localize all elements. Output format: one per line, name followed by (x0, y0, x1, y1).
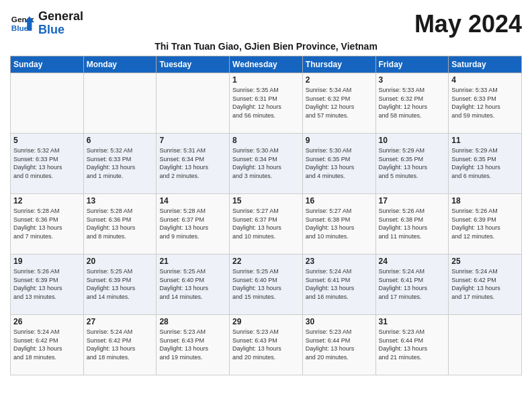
day-number: 7 (159, 136, 226, 145)
day-info: Sunrise: 5:32 AMSunset: 6:33 PMDaylight:… (13, 146, 81, 180)
calendar-cell: 31Sunrise: 5:23 AMSunset: 6:44 PMDayligh… (375, 315, 449, 375)
calendar-cell: 24Sunrise: 5:24 AMSunset: 6:41 PMDayligh… (375, 255, 449, 315)
calendar-table: SundayMondayTuesdayWednesdayThursdayFrid… (10, 56, 522, 375)
calendar-cell (83, 73, 157, 134)
day-info: Sunrise: 5:24 AMSunset: 6:42 PMDaylight:… (87, 328, 154, 361)
day-info: Sunrise: 5:31 AMSunset: 6:34 PMDaylight:… (159, 146, 226, 180)
day-number: 29 (232, 317, 300, 326)
day-number: 10 (379, 136, 446, 145)
day-info: Sunrise: 5:30 AMSunset: 6:34 PMDaylight:… (232, 146, 300, 180)
calendar-cell: 8Sunrise: 5:30 AMSunset: 6:34 PMDaylight… (230, 134, 303, 194)
day-number: 17 (379, 196, 446, 205)
calendar-cell: 21Sunrise: 5:25 AMSunset: 6:40 PMDayligh… (157, 255, 230, 315)
weekday-header-sunday: Sunday (11, 56, 84, 73)
day-number: 11 (451, 136, 519, 145)
day-number: 3 (379, 75, 446, 85)
day-info: Sunrise: 5:25 AMSunset: 6:40 PMDaylight:… (159, 267, 226, 301)
calendar-cell: 30Sunrise: 5:23 AMSunset: 6:44 PMDayligh… (302, 315, 375, 375)
calendar-cell: 13Sunrise: 5:28 AMSunset: 6:36 PMDayligh… (83, 194, 157, 255)
calendar-week-row: 26Sunrise: 5:24 AMSunset: 6:42 PMDayligh… (11, 315, 522, 375)
weekday-header-saturday: Saturday (449, 56, 522, 73)
day-number: 8 (232, 136, 300, 145)
calendar-cell: 11Sunrise: 5:29 AMSunset: 6:35 PMDayligh… (449, 134, 522, 194)
weekday-header-thursday: Thursday (302, 56, 375, 73)
weekday-header-friday: Friday (375, 56, 449, 73)
calendar-cell: 15Sunrise: 5:27 AMSunset: 6:37 PMDayligh… (230, 194, 303, 255)
day-info: Sunrise: 5:34 AMSunset: 6:32 PMDaylight:… (306, 86, 373, 120)
day-info: Sunrise: 5:23 AMSunset: 6:44 PMDaylight:… (306, 328, 373, 361)
calendar-cell: 7Sunrise: 5:31 AMSunset: 6:34 PMDaylight… (157, 134, 230, 194)
calendar-cell: 26Sunrise: 5:24 AMSunset: 6:42 PMDayligh… (11, 315, 84, 375)
day-number: 23 (306, 257, 373, 266)
calendar-week-row: 19Sunrise: 5:26 AMSunset: 6:39 PMDayligh… (11, 255, 522, 315)
day-number: 30 (306, 317, 373, 326)
day-number: 21 (159, 257, 226, 266)
day-info: Sunrise: 5:24 AMSunset: 6:42 PMDaylight:… (13, 328, 81, 361)
calendar-cell: 9Sunrise: 5:30 AMSunset: 6:35 PMDaylight… (302, 134, 375, 194)
calendar-body: 1Sunrise: 5:35 AMSunset: 6:31 PMDaylight… (11, 73, 522, 375)
day-number: 13 (87, 196, 154, 205)
logo-text: General Blue (38, 10, 83, 37)
day-info: Sunrise: 5:25 AMSunset: 6:39 PMDaylight:… (87, 267, 154, 301)
calendar-cell: 3Sunrise: 5:33 AMSunset: 6:32 PMDaylight… (375, 73, 449, 134)
day-info: Sunrise: 5:23 AMSunset: 6:43 PMDaylight:… (159, 328, 226, 361)
calendar-cell: 14Sunrise: 5:28 AMSunset: 6:37 PMDayligh… (157, 194, 230, 255)
calendar-cell: 19Sunrise: 5:26 AMSunset: 6:39 PMDayligh… (11, 255, 84, 315)
day-info: Sunrise: 5:26 AMSunset: 6:39 PMDaylight:… (451, 207, 519, 240)
calendar-week-row: 1Sunrise: 5:35 AMSunset: 6:31 PMDaylight… (11, 73, 522, 134)
calendar-cell: 12Sunrise: 5:28 AMSunset: 6:36 PMDayligh… (11, 194, 84, 255)
calendar-cell: 29Sunrise: 5:23 AMSunset: 6:43 PMDayligh… (230, 315, 303, 375)
calendar-cell: 6Sunrise: 5:32 AMSunset: 6:33 PMDaylight… (83, 134, 157, 194)
day-number: 1 (232, 75, 300, 85)
day-number: 9 (306, 136, 373, 145)
logo: General Blue General Blue (10, 10, 83, 37)
calendar-cell: 17Sunrise: 5:26 AMSunset: 6:38 PMDayligh… (375, 194, 449, 255)
weekday-header-wednesday: Wednesday (230, 56, 303, 73)
day-info: Sunrise: 5:24 AMSunset: 6:42 PMDaylight:… (451, 267, 519, 301)
day-number: 31 (379, 317, 446, 326)
calendar-cell (11, 73, 84, 134)
day-info: Sunrise: 5:23 AMSunset: 6:43 PMDaylight:… (232, 328, 300, 361)
day-info: Sunrise: 5:28 AMSunset: 6:36 PMDaylight:… (87, 207, 154, 240)
day-number: 16 (306, 196, 373, 205)
calendar-cell: 1Sunrise: 5:35 AMSunset: 6:31 PMDaylight… (230, 73, 303, 134)
day-info: Sunrise: 5:26 AMSunset: 6:38 PMDaylight:… (379, 207, 446, 240)
calendar-subtitle: Thi Tran Tuan Giao, GJien Bien Province,… (10, 41, 522, 52)
day-number: 27 (87, 317, 154, 326)
day-info: Sunrise: 5:33 AMSunset: 6:33 PMDaylight:… (451, 86, 519, 120)
day-number: 15 (232, 196, 300, 205)
day-info: Sunrise: 5:23 AMSunset: 6:44 PMDaylight:… (379, 328, 446, 361)
weekday-header-monday: Monday (83, 56, 157, 73)
day-info: Sunrise: 5:30 AMSunset: 6:35 PMDaylight:… (306, 146, 373, 180)
day-number: 18 (451, 196, 519, 205)
day-number: 4 (451, 75, 519, 85)
calendar-cell: 10Sunrise: 5:29 AMSunset: 6:35 PMDayligh… (375, 134, 449, 194)
day-info: Sunrise: 5:35 AMSunset: 6:31 PMDaylight:… (232, 86, 300, 120)
day-number: 6 (87, 136, 154, 145)
day-info: Sunrise: 5:28 AMSunset: 6:36 PMDaylight:… (13, 207, 81, 240)
day-number: 28 (159, 317, 226, 326)
day-info: Sunrise: 5:27 AMSunset: 6:38 PMDaylight:… (306, 207, 373, 240)
calendar-cell (449, 315, 522, 375)
calendar-cell: 4Sunrise: 5:33 AMSunset: 6:33 PMDaylight… (449, 73, 522, 134)
day-info: Sunrise: 5:24 AMSunset: 6:41 PMDaylight:… (306, 267, 373, 301)
calendar-cell: 25Sunrise: 5:24 AMSunset: 6:42 PMDayligh… (449, 255, 522, 315)
day-number: 26 (13, 317, 81, 326)
month-title: May 2024 (414, 10, 522, 38)
day-number: 14 (159, 196, 226, 205)
calendar-cell: 20Sunrise: 5:25 AMSunset: 6:39 PMDayligh… (83, 255, 157, 315)
page-header: General Blue General Blue May 2024 (10, 10, 522, 38)
calendar-week-row: 12Sunrise: 5:28 AMSunset: 6:36 PMDayligh… (11, 194, 522, 255)
day-info: Sunrise: 5:32 AMSunset: 6:33 PMDaylight:… (87, 146, 154, 180)
calendar-cell: 27Sunrise: 5:24 AMSunset: 6:42 PMDayligh… (83, 315, 157, 375)
day-number: 24 (379, 257, 446, 266)
day-info: Sunrise: 5:29 AMSunset: 6:35 PMDaylight:… (451, 146, 519, 180)
weekday-header-row: SundayMondayTuesdayWednesdayThursdayFrid… (11, 56, 522, 73)
day-info: Sunrise: 5:27 AMSunset: 6:37 PMDaylight:… (232, 207, 300, 240)
day-number: 19 (13, 257, 81, 266)
day-number: 2 (306, 75, 373, 85)
calendar-cell: 5Sunrise: 5:32 AMSunset: 6:33 PMDaylight… (11, 134, 84, 194)
calendar-cell: 22Sunrise: 5:25 AMSunset: 6:40 PMDayligh… (230, 255, 303, 315)
calendar-cell: 16Sunrise: 5:27 AMSunset: 6:38 PMDayligh… (302, 194, 375, 255)
day-info: Sunrise: 5:25 AMSunset: 6:40 PMDaylight:… (232, 267, 300, 301)
